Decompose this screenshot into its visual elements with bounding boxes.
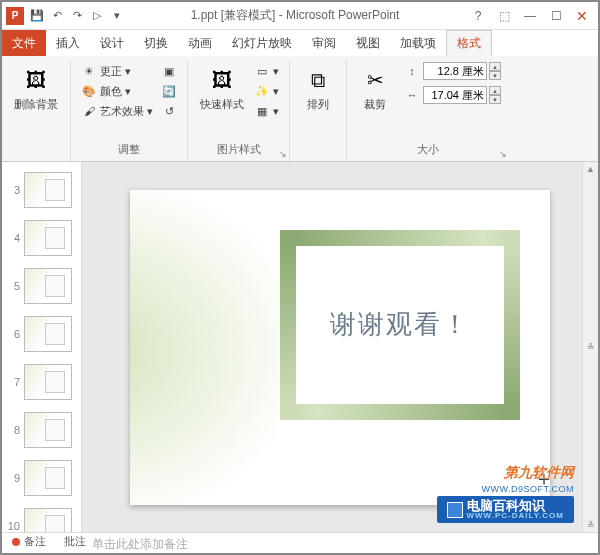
crop-label: 裁剪 bbox=[364, 98, 386, 110]
color-button[interactable]: 🎨颜色▾ bbox=[79, 82, 155, 100]
quick-styles-button[interactable]: 🖼 快速样式 bbox=[196, 62, 248, 112]
color-label: 颜色 bbox=[100, 84, 122, 99]
slide-number: 9 bbox=[4, 472, 20, 484]
width-input[interactable] bbox=[423, 86, 487, 104]
quick-access-toolbar: 💾 ↶ ↷ ▷ ▾ bbox=[30, 9, 124, 23]
slide-thumbnail[interactable]: 7 bbox=[2, 358, 81, 406]
slide-thumbnail[interactable]: 8 bbox=[2, 406, 81, 454]
title-bar: P 💾 ↶ ↷ ▷ ▾ 1.ppt [兼容模式] - Microsoft Pow… bbox=[2, 2, 598, 30]
slide-thumbnail[interactable]: 6 bbox=[2, 310, 81, 358]
slide-thumbnail[interactable]: 3 bbox=[2, 166, 81, 214]
slide-number: 10 bbox=[4, 520, 20, 532]
dropdown-icon: ▾ bbox=[273, 65, 279, 78]
height-input[interactable] bbox=[423, 62, 487, 80]
slideshow-from-start-icon[interactable]: ▷ bbox=[90, 9, 104, 23]
prev-slide-icon[interactable]: ≙ bbox=[587, 342, 595, 352]
undo-icon[interactable]: ↶ bbox=[50, 9, 64, 23]
floral-border bbox=[280, 230, 520, 420]
ribbon-display-button[interactable]: ⬚ bbox=[492, 6, 516, 26]
tab-design[interactable]: 设计 bbox=[90, 30, 134, 56]
picture-layout-button[interactable]: ▦▾ bbox=[252, 102, 281, 120]
slide-thumbnail[interactable]: 5 bbox=[2, 262, 81, 310]
slide-thumbnail[interactable]: 10 bbox=[2, 502, 81, 532]
slide-thumbnail[interactable]: 4 bbox=[2, 214, 81, 262]
picture-styles-dialog-launcher[interactable]: ↘ bbox=[279, 149, 287, 159]
arrange-label: 排列 bbox=[307, 98, 329, 110]
group-picture-styles-label: 图片样式 bbox=[217, 142, 261, 159]
notes-pane[interactable]: 单击此处添加备注 bbox=[2, 532, 598, 555]
tab-file[interactable]: 文件 bbox=[2, 30, 46, 56]
thumbnail-preview bbox=[24, 412, 72, 448]
tab-view[interactable]: 视图 bbox=[346, 30, 390, 56]
crop-button[interactable]: ✂ 裁剪 bbox=[355, 62, 395, 112]
ribbon-tabs: 文件 插入 设计 切换 动画 幻灯片放映 审阅 视图 加载项 格式 bbox=[2, 30, 598, 56]
width-up[interactable]: ▲ bbox=[489, 86, 501, 95]
dropdown-icon: ▾ bbox=[125, 85, 131, 98]
tab-format[interactable]: 格式 bbox=[446, 30, 492, 56]
corrections-button[interactable]: ☀更正▾ bbox=[79, 62, 155, 80]
remove-background-button[interactable]: 🖼 删除背景 bbox=[10, 62, 62, 112]
remove-background-label: 删除背景 bbox=[14, 98, 58, 110]
minimize-button[interactable]: — bbox=[518, 6, 542, 26]
slide-thumbnail[interactable]: 9 bbox=[2, 454, 81, 502]
slide-number: 7 bbox=[4, 376, 20, 388]
picture-border-button[interactable]: ▭▾ bbox=[252, 62, 281, 80]
group-arrange: ⧉ 排列 bbox=[290, 60, 347, 161]
artistic-effects-button[interactable]: 🖌艺术效果▾ bbox=[79, 102, 155, 120]
compress-pictures-button[interactable]: ▣ bbox=[159, 62, 179, 80]
height-down[interactable]: ▼ bbox=[489, 71, 501, 80]
quick-styles-icon: 🖼 bbox=[206, 64, 238, 96]
thumbnail-preview bbox=[24, 220, 72, 256]
tab-insert[interactable]: 插入 bbox=[46, 30, 90, 56]
status-comments[interactable]: 批注 bbox=[64, 534, 86, 549]
effects-icon: 🖌 bbox=[81, 103, 97, 119]
status-notes[interactable]: 备注 bbox=[12, 534, 46, 549]
redo-icon[interactable]: ↷ bbox=[70, 9, 84, 23]
remove-background-icon: 🖼 bbox=[20, 64, 52, 96]
brightness-icon: ☀ bbox=[81, 63, 97, 79]
slide-canvas[interactable]: 谢谢观看！ bbox=[130, 190, 550, 505]
arrange-button[interactable]: ⧉ 排列 bbox=[298, 62, 338, 112]
thumbnail-preview bbox=[24, 268, 72, 304]
dropdown-icon: ▾ bbox=[273, 85, 279, 98]
thumbnail-preview bbox=[24, 460, 72, 496]
group-size-label: 大小 bbox=[417, 142, 439, 159]
scroll-up-icon[interactable]: ▲ bbox=[586, 164, 595, 174]
group-picture-styles: 🖼 快速样式 ▭▾ ✨▾ ▦▾ 图片样式 ↘ bbox=[188, 60, 290, 161]
tab-transitions[interactable]: 切换 bbox=[134, 30, 178, 56]
tab-review[interactable]: 审阅 bbox=[302, 30, 346, 56]
group-remove-background: 🖼 删除背景 bbox=[2, 60, 71, 161]
vertical-scrollbar[interactable]: ▲ ≙ ≚ bbox=[582, 162, 598, 532]
help-button[interactable]: ? bbox=[466, 6, 490, 26]
slide-number: 3 bbox=[4, 184, 20, 196]
tab-slideshow[interactable]: 幻灯片放映 bbox=[222, 30, 302, 56]
crop-icon: ✂ bbox=[359, 64, 391, 96]
change-picture-button[interactable]: 🔄 bbox=[159, 82, 179, 100]
tab-addins[interactable]: 加载项 bbox=[390, 30, 446, 56]
thumbnail-preview bbox=[24, 364, 72, 400]
save-icon[interactable]: 💾 bbox=[30, 9, 44, 23]
height-up[interactable]: ▲ bbox=[489, 62, 501, 71]
arrange-icon: ⧉ bbox=[302, 64, 334, 96]
corrections-label: 更正 bbox=[100, 64, 122, 79]
slide-thumbnail-pane[interactable]: 34567891011 bbox=[2, 162, 82, 532]
maximize-button[interactable]: ☐ bbox=[544, 6, 568, 26]
height-icon: ↕ bbox=[403, 63, 421, 79]
slide-editor[interactable]: 谢谢观看！ ＋ ▲ ≙ ≚ bbox=[82, 162, 598, 532]
width-icon: ↔ bbox=[403, 87, 421, 103]
slide-number: 4 bbox=[4, 232, 20, 244]
next-slide-icon[interactable]: ≚ bbox=[587, 520, 595, 530]
width-down[interactable]: ▼ bbox=[489, 95, 501, 104]
tab-animations[interactable]: 动画 bbox=[178, 30, 222, 56]
qat-customize-icon[interactable]: ▾ bbox=[110, 9, 124, 23]
color-icon: 🎨 bbox=[81, 83, 97, 99]
effects-label: 艺术效果 bbox=[100, 104, 144, 119]
ribbon: 🖼 删除背景 ☀更正▾ 🎨颜色▾ 🖌艺术效果▾ ▣ 🔄 ↺ 调整 🖼 快速 bbox=[2, 56, 598, 162]
window-title: 1.ppt [兼容模式] - Microsoft PowerPoint bbox=[124, 7, 466, 24]
group-adjust: ☀更正▾ 🎨颜色▾ 🖌艺术效果▾ ▣ 🔄 ↺ 调整 bbox=[71, 60, 188, 161]
dropdown-icon: ▾ bbox=[125, 65, 131, 78]
reset-picture-button[interactable]: ↺ bbox=[159, 102, 179, 120]
picture-effects-button[interactable]: ✨▾ bbox=[252, 82, 281, 100]
size-dialog-launcher[interactable]: ↘ bbox=[499, 149, 507, 159]
close-button[interactable]: ✕ bbox=[570, 6, 594, 26]
